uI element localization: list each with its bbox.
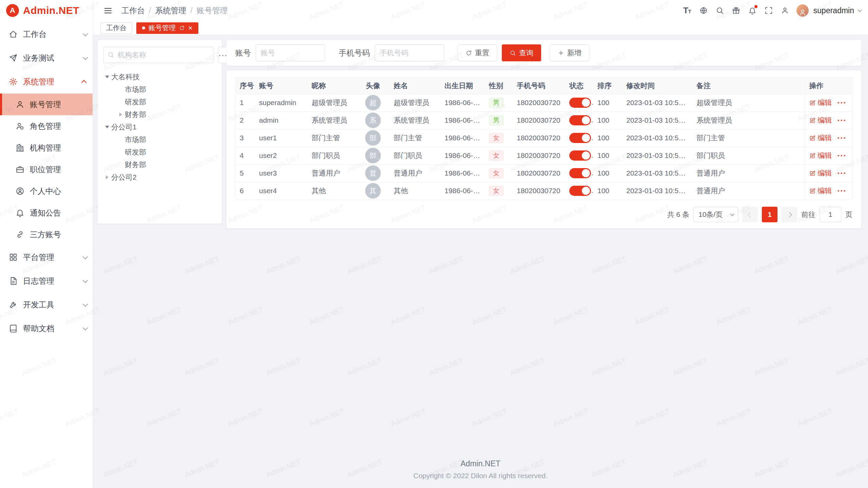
gift-icon-button[interactable] (729, 3, 744, 18)
chevron-down-icon[interactable] (857, 8, 862, 12)
status-toggle[interactable] (569, 98, 591, 108)
row-more-button[interactable]: ··· (837, 116, 847, 125)
cell-no: 6 (236, 182, 255, 200)
account-table: 序号账号昵称头像姓名出生日期性别手机号码状态排序修改时间备注操作1superad… (235, 77, 852, 200)
status-toggle[interactable] (569, 133, 591, 143)
globe-icon-button[interactable] (696, 3, 711, 18)
sidebar-item-third-party-account[interactable]: 三方账号 (0, 224, 93, 245)
search-icon (107, 52, 114, 58)
sidebar-item-personal-center[interactable]: 个人中心 (0, 180, 93, 202)
chevron-down-icon (83, 55, 88, 60)
current-page-button[interactable]: 1 (762, 207, 777, 222)
cell-nickname: 系统管理员 (308, 111, 356, 129)
edit-button[interactable]: 编辑 (809, 116, 832, 125)
tree-node[interactable]: 市场部 (103, 83, 216, 96)
sidebar-item-platform-mgmt[interactable]: 平台管理 (0, 245, 93, 269)
search-button[interactable]: 查询 (502, 44, 541, 61)
account-filter-input[interactable] (256, 44, 325, 61)
next-page-button[interactable] (782, 207, 797, 222)
table-row: 1superadmin超级管理员超超级管理员1986-06-28男1802003… (236, 94, 852, 111)
phone-filter-input[interactable] (375, 44, 444, 61)
edit-button[interactable]: 编辑 (809, 133, 832, 143)
tree-node[interactable]: 分公司2 (103, 171, 216, 183)
chevron-down-icon (83, 31, 88, 36)
row-more-button[interactable]: ··· (837, 168, 847, 178)
org-search-input[interactable] (118, 51, 210, 59)
fullscreen-icon-button[interactable] (761, 3, 776, 18)
sidebar-submenu: 账号管理角色管理机构管理职位管理个人中心通知公告三方账号 (0, 94, 93, 245)
tab-close-icon[interactable]: × (188, 24, 193, 32)
sidebar-item-dev-tools[interactable]: 开发工具 (0, 293, 93, 317)
cell-no: 1 (236, 94, 255, 111)
user-avatar[interactable] (796, 4, 809, 17)
username[interactable]: superadmin (813, 6, 854, 15)
goto-page-input[interactable] (820, 207, 841, 222)
tree-node[interactable]: 分公司1 (103, 121, 216, 133)
add-button[interactable]: 新增 (550, 44, 589, 61)
column-header: 状态 (565, 78, 593, 94)
sidebar-item-notice[interactable]: 通知公告 (0, 202, 93, 224)
edit-button[interactable]: 编辑 (809, 168, 832, 178)
tree-node[interactable]: 财务部 (103, 158, 216, 171)
sidebar-item-system-mgmt[interactable]: 系统管理 (0, 70, 93, 94)
tab-account-mgmt[interactable]: 账号管理× (136, 22, 198, 34)
edit-button[interactable]: 编辑 (809, 151, 832, 160)
bell-icon-button[interactable] (745, 3, 760, 18)
avatar: 部 (365, 130, 381, 146)
tree-caret-icon[interactable] (119, 113, 122, 117)
gender-badge: 男 (489, 98, 504, 108)
sidebar-item-help-docs[interactable]: 帮助文档 (0, 317, 93, 340)
sidebar-item-log-mgmt[interactable]: 日志管理 (0, 269, 93, 293)
tree-node[interactable]: 财务部 (103, 108, 216, 121)
sidebar-item-workbench[interactable]: 工作台 (0, 22, 93, 46)
cell-remark: 部门主管 (692, 129, 805, 147)
tab-workbench[interactable]: 工作台 (100, 22, 132, 34)
tree-caret-icon[interactable] (106, 175, 108, 179)
tree-node-label: 财务部 (125, 110, 146, 119)
user-settings-icon-button[interactable] (777, 3, 792, 18)
tree-node[interactable]: 研发部 (103, 146, 216, 158)
row-more-button[interactable]: ··· (837, 98, 847, 107)
briefcase-icon (16, 165, 24, 174)
sidebar-item-label: 机构管理 (30, 143, 86, 153)
status-toggle[interactable] (569, 168, 591, 178)
font-size-icon-button[interactable]: TT (680, 3, 695, 18)
status-toggle[interactable] (569, 186, 591, 196)
sidebar-item-position-mgmt[interactable]: 职位管理 (0, 159, 93, 180)
status-toggle[interactable] (569, 115, 591, 125)
edit-button[interactable]: 编辑 (809, 98, 832, 107)
cell-birthdate: 1986-06-28 (440, 164, 485, 182)
pagination: 共 6 条 10条/页 1 前往 页 (235, 200, 852, 222)
breadcrumb-item[interactable]: 系统管理 (155, 5, 186, 16)
sidebar-item-label: 日志管理 (23, 276, 77, 286)
cell-modified: 2023-01-03 10:59:44 (622, 94, 692, 111)
page-size-select[interactable]: 10条/页 (693, 207, 738, 222)
org-search-field[interactable] (103, 47, 214, 63)
sidebar-item-business-test[interactable]: 业务测试 (0, 46, 93, 70)
gear-icon (9, 77, 18, 86)
tree-node-label: 研发部 (125, 147, 146, 157)
row-more-button[interactable]: ··· (837, 186, 847, 195)
row-more-button[interactable]: ··· (837, 151, 847, 160)
refresh-icon (466, 50, 472, 56)
prev-page-button[interactable] (742, 207, 758, 222)
tree-node[interactable]: 大名科技 (103, 70, 216, 83)
sidebar-item-org-mgmt[interactable]: 机构管理 (0, 137, 93, 159)
breadcrumb-item[interactable]: 工作台 (121, 5, 145, 16)
breadcrumb-item[interactable]: 账号管理 (197, 5, 228, 16)
notification-badge (754, 5, 757, 8)
status-toggle[interactable] (569, 150, 591, 161)
cell-nickname: 部门职员 (308, 147, 356, 164)
tree-node[interactable]: 研发部 (103, 96, 216, 108)
tree-caret-icon[interactable] (105, 76, 109, 78)
tree-node[interactable]: 市场部 (103, 133, 216, 146)
sidebar-item-account-mgmt[interactable]: 账号管理 (0, 94, 93, 115)
app-logo[interactable]: A Admin.NET (0, 0, 93, 21)
sidebar-item-role-mgmt[interactable]: 角色管理 (0, 115, 93, 137)
search-icon-button[interactable] (712, 3, 727, 18)
edit-button[interactable]: 编辑 (809, 186, 832, 196)
tree-caret-icon[interactable] (105, 126, 109, 128)
reset-button[interactable]: 重置 (458, 44, 497, 61)
sidebar-collapse-button[interactable] (100, 3, 115, 18)
row-more-button[interactable]: ··· (837, 133, 847, 142)
